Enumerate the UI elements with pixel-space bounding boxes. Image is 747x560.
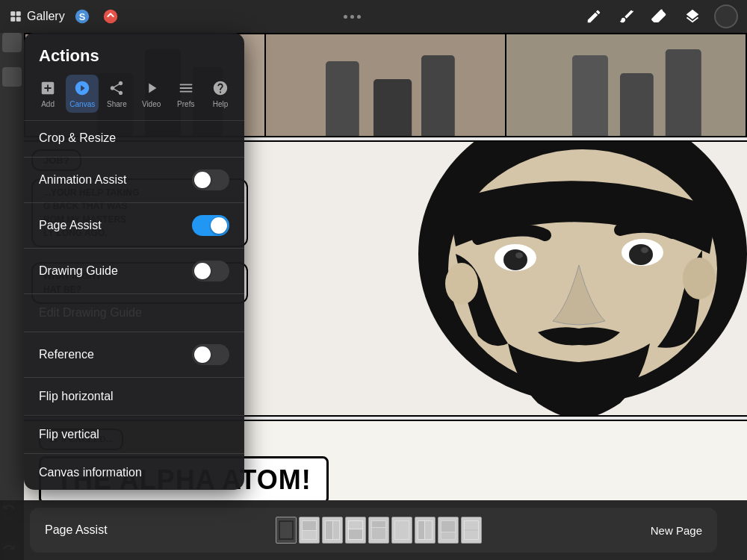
svg-rect-1 [16,11,21,16]
dot-1 [344,15,347,19]
svg-rect-16 [421,55,455,136]
div-2 [24,202,244,203]
tab-canvas-label: Canvas [69,100,95,108]
svg-rect-36 [280,522,292,538]
toolbar-right [583,4,738,28]
menu-reference[interactable]: Reference [24,334,244,376]
menu-crop-resize-label: Crop & Resize [39,131,116,144]
page-assist-toggle[interactable] [192,215,229,236]
svg-point-31 [629,244,653,265]
div-5 [24,332,244,332]
page-thumb-4[interactable] [368,517,389,544]
tab-video-icon [143,79,161,97]
app-icon-1[interactable]: S [71,5,93,28]
menu-flip-vertical-label: Flip vertical [39,428,99,441]
menu-crop-resize[interactable]: Crop & Resize [24,121,244,155]
layers-tool[interactable] [681,5,704,28]
canvas-background: Gallery S [0,0,747,560]
svg-point-34 [683,258,716,299]
animation-assist-toggle[interactable] [192,169,229,190]
app-icon-2[interactable] [99,5,122,28]
div-8 [24,453,244,454]
menu-animation-assist[interactable]: Animation Assist [24,159,244,201]
svg-rect-3 [16,17,21,22]
reference-knob [194,346,211,363]
panel-top-2 [266,34,505,136]
svg-rect-55 [441,521,455,532]
svg-point-6 [104,10,117,23]
page-assist-bar: Page Assist [30,508,717,553]
menu-drawing-guide-label: Drawing Guide [39,264,118,278]
page-thumb-5[interactable] [391,517,412,544]
page-thumb-6[interactable] [415,517,436,544]
div-6 [24,377,244,378]
svg-rect-52 [418,521,424,539]
page-thumbnails [276,517,482,544]
tab-prefs-icon [177,79,195,97]
tab-share-label: Share [107,100,127,108]
page-thumb-1[interactable] [299,517,320,544]
menu-canvas-information[interactable]: Canvas information [24,455,244,490]
page-thumb-0[interactable] [276,517,297,544]
svg-rect-39 [303,531,316,539]
gallery-label: Gallery [27,10,65,23]
page-thumb-2[interactable] [322,517,343,544]
brush-tool[interactable] [616,5,638,28]
dot-3 [357,15,361,19]
menu-animation-assist-label: Animation Assist [39,173,126,187]
bottom-bar: Page Assist [0,500,747,560]
svg-rect-15 [374,79,412,136]
svg-rect-14 [326,61,359,136]
actions-tabs: Add Canvas Share [24,75,244,120]
tab-prefs[interactable]: Prefs [170,75,202,113]
menu-canvas-information-label: Canvas information [39,466,142,479]
tab-share[interactable]: Share [100,75,133,113]
page-thumb-7[interactable] [438,517,459,544]
drawing-guide-toggle[interactable] [192,261,229,281]
gallery-button[interactable]: Gallery [9,10,65,23]
panel-top-3 [506,34,746,136]
menu-flip-horizontal-label: Flip horizontal [39,390,114,402]
menu-flip-vertical[interactable]: Flip vertical [24,417,244,452]
top-toolbar: Gallery S [0,0,747,33]
avatar[interactable] [714,4,738,28]
tab-help[interactable]: Help [204,75,237,113]
svg-rect-48 [372,528,385,539]
new-page-button[interactable]: New Page [651,524,702,537]
svg-rect-2 [10,17,15,22]
left-tool-2[interactable] [2,67,22,87]
pencil-tool[interactable] [583,5,605,28]
animation-assist-knob [194,172,211,188]
page-assist-label: Page Assist [45,523,108,537]
menu-edit-drawing-guide[interactable]: Edit Drawing Guide [24,296,244,330]
tab-video[interactable]: Video [135,75,168,113]
menu-drawing-guide[interactable]: Drawing Guide [24,250,244,292]
svg-rect-44 [349,521,362,529]
left-toolbar [0,33,24,560]
tab-video-label: Video [142,100,161,108]
page-thumb-3[interactable] [345,517,366,544]
svg-rect-56 [441,532,455,539]
dot-2 [350,15,354,19]
left-tool-1[interactable] [2,33,22,52]
page-assist-knob [211,217,227,234]
svg-point-33 [445,263,478,305]
svg-rect-41 [326,521,332,539]
toolbar-center [344,15,361,19]
svg-rect-50 [395,521,409,539]
svg-rect-53 [425,521,432,539]
tab-add[interactable]: Add [31,75,64,113]
svg-rect-38 [303,521,316,530]
svg-rect-22 [666,49,701,136]
eraser-tool[interactable] [648,5,671,28]
div-3 [24,248,244,249]
reference-toggle[interactable] [192,344,229,365]
svg-rect-21 [620,73,654,136]
menu-flip-horizontal[interactable]: Flip horizontal [24,379,244,414]
menu-page-assist[interactable]: Page Assist [24,205,244,246]
svg-rect-0 [10,11,15,16]
div-1 [24,157,244,158]
svg-text:S: S [78,11,85,22]
tab-canvas[interactable]: Canvas [66,75,99,113]
page-thumb-8[interactable] [461,517,482,544]
